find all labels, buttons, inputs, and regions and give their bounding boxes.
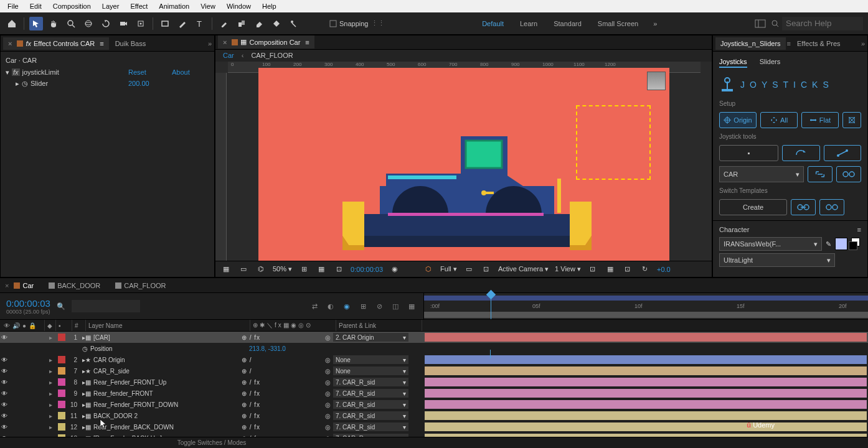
puppet-tool-icon[interactable] [287,17,301,30]
parent-dropdown[interactable]: 7. CAR_R▾ [333,434,408,437]
parent-link[interactable]: ◎None▾ [323,366,408,375]
layer-row[interactable]: 👁▸9▸▦Rear_fender_FRONT⊕ / fx◎7. CAR_R_si… [0,388,868,399]
graph-editor-icon[interactable]: ⊞ [357,301,369,312]
parent-dropdown[interactable]: 7. CAR_R_sid▾ [333,411,408,420]
help-search-input[interactable] [782,17,863,30]
twirl-icon[interactable]: ▸ [45,413,56,419]
exposure-reset-icon[interactable]: ↻ [639,265,651,273]
layer-bar[interactable] [425,333,867,342]
workspace-overflow-icon[interactable]: » [648,20,662,27]
pickwhip-icon[interactable]: ◎ [325,435,331,437]
time-ruler[interactable]: :00f 05f 10f 15f 20f [423,293,868,319]
rotate-tool-icon[interactable] [99,17,113,30]
zoom-dropdown[interactable]: 50% ▾ [273,265,292,273]
parent-dropdown[interactable]: 7. CAR_R_sid▾ [333,400,408,409]
layer-row[interactable]: 👁▸2▸★CAR Origin⊕ / ◎None▾ [0,354,868,365]
parent-link[interactable]: ◎7. CAR_R_sid▾ [323,378,408,386]
subtab-joysticks[interactable]: Joysticks [719,58,747,68]
create-button[interactable]: Create [719,199,787,215]
pen-tool-icon[interactable] [176,17,189,30]
layer-name[interactable]: ▸▦Rear_Fender_FRONT_Up [80,379,237,386]
layer-bar[interactable] [425,389,867,398]
resolution-dropdown[interactable]: Full ▾ [440,265,457,273]
menu-effect[interactable]: Effect [125,1,153,11]
tab-menu-icon[interactable]: ≡ [303,39,309,46]
parent-dropdown[interactable]: None▾ [333,355,408,364]
subtab-sliders[interactable]: Sliders [760,58,781,68]
zoom-tool-icon[interactable] [64,17,78,30]
workspace-standard[interactable]: Standard [547,20,588,27]
visibility-toggle[interactable]: 👁 [0,368,9,375]
time-display[interactable]: 0:00:00:03 [351,266,383,273]
font-family-select[interactable]: IRANSansWeb(F...▾ [719,237,822,251]
twirl-icon[interactable]: ▸ [45,368,56,375]
layer-switches[interactable]: ⊕ / fx [237,401,323,408]
layer-switches[interactable]: ⊕ / fx [237,390,323,397]
panel-overflow-icon[interactable]: » [861,40,865,47]
pickwhip-icon[interactable]: ◎ [325,401,331,408]
twirl-icon[interactable]: ▸ [45,424,56,431]
panel-menu-icon[interactable]: ≡ [857,226,861,233]
tab-effect-controls[interactable]: ×fxEffect Controls CAR≡ [3,37,109,50]
tab-menu-icon[interactable]: ≡ [97,40,103,47]
twirl-icon[interactable]: ▸ [45,390,56,397]
parent-link[interactable]: ◎7. CAR_R▾ [323,434,408,437]
parent-dropdown[interactable]: 7. CAR_R_sid▾ [333,378,408,386]
line-button[interactable] [824,145,861,161]
menu-animation[interactable]: Animation [154,1,194,11]
label-color[interactable] [58,401,65,408]
reset-link[interactable]: Reset [128,68,172,76]
tab-duik[interactable]: Duik Bass [110,37,151,50]
layer-name[interactable]: ▸▦Rear_fender_FRONT [80,390,237,397]
timeline-tab-carfloor[interactable]: CAR_FLOOR [115,282,166,289]
parent-dropdown[interactable]: 7. CAR_R_sid▾ [333,389,408,398]
breadcrumb-current[interactable]: Car [223,52,234,59]
layer-switches[interactable]: ⊕ / [237,357,323,363]
visibility-toggle[interactable]: 👁 [0,424,9,431]
menu-file[interactable]: File [2,1,24,11]
pickwhip-icon[interactable]: ◎ [325,368,331,375]
tab-effects-presets[interactable]: Effects & Pres [792,37,846,50]
transparency-grid-icon[interactable]: ▦ [220,265,232,273]
exposure-value[interactable]: +0.0 [657,266,671,273]
parent-link[interactable]: ◎None▾ [323,355,408,364]
parent-dropdown[interactable]: 7. CAR_R_sid▾ [333,422,408,431]
template-link-button[interactable] [791,199,816,215]
pickwhip-icon[interactable]: ◎ [325,357,331,363]
eyedropper-icon[interactable]: ✎ [826,240,831,248]
playhead[interactable] [491,293,491,319]
toggle-switches-link[interactable]: Toggle Switches / Modes [177,439,247,446]
layer-name[interactable]: ▸★CAR_R_side [80,368,237,375]
template-unlink-button[interactable] [819,199,844,215]
canvas[interactable] [258,68,669,261]
label-color[interactable] [58,378,65,386]
stopwatch-icon[interactable]: ◷ [22,80,28,88]
rectangle-tool-icon[interactable] [158,17,172,30]
parent-link[interactable]: ◎7. CAR_R_sid▾ [323,422,408,431]
pickwhip-icon[interactable]: ◎ [325,390,331,397]
layer-bar[interactable] [425,411,867,420]
visibility-toggle[interactable]: 👁 [0,357,9,363]
layer-name[interactable]: ▸▦Rear_Fender_FRONT_DOWN [80,401,237,408]
twirl-icon[interactable]: ▾ [6,68,9,77]
slider-value[interactable]: 200.00 [128,80,172,87]
layer-row[interactable]: 👁▸13▸▦[Rear Fender BACK Up ]⊕ / fx◎7. CA… [0,432,868,437]
layer-bar[interactable] [425,366,867,375]
visibility-toggle[interactable]: 👁 [0,379,9,386]
edit-button[interactable] [782,145,819,161]
resolution-icon[interactable]: ⊞ [298,265,309,273]
ruler-icon[interactable]: ⊡ [333,265,344,273]
eraser-tool-icon[interactable] [252,17,266,30]
3d-icon[interactable]: ⊡ [587,265,598,273]
label-color[interactable] [58,356,65,363]
toggle-mask-icon[interactable]: ▭ [238,265,249,273]
layer-name[interactable]: ▸▦Rear_Fender_BACK_DOWN [80,424,237,431]
layer-bar[interactable] [425,434,867,437]
about-link[interactable]: About [172,68,209,76]
parent-dropdown[interactable]: 2. CAR Origin▾ [333,333,408,342]
crop-button[interactable] [842,112,861,128]
guides-icon[interactable]: ▦ [316,265,327,273]
layer-row[interactable]: 👁▸1▸▦[CAR]⊕ / fx◎2. CAR Origin▾ [0,332,868,343]
tab-joysticks-n-sliders[interactable]: Joysticks_n_Sliders [715,37,786,50]
pickwhip-icon[interactable]: ◎ [325,413,331,419]
